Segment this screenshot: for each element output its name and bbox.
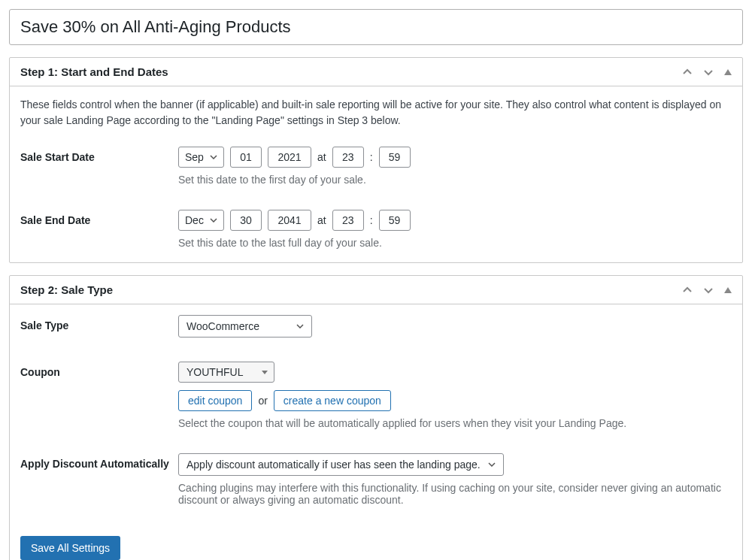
start-help: Set this date to the first day of your s… [178,174,732,186]
at-text: at [317,151,326,163]
sale-type-label: Sale Type [20,315,178,338]
create-coupon-button[interactable]: create a new coupon [274,390,391,411]
apply-discount-select[interactable]: Apply discount automatically if user has… [178,453,504,476]
start-date-label: Sale Start Date [20,147,178,186]
start-hour-input[interactable] [332,147,364,168]
end-month-select[interactable]: Dec [178,210,224,231]
save-all-settings-button[interactable]: Save All Settings [20,536,120,560]
step1-panel: Step 1: Start and End Dates These fields… [9,57,743,263]
chevron-up-icon[interactable] [682,67,693,77]
step1-description: These fields control when the banner (if… [20,97,732,129]
title-input[interactable] [9,9,743,45]
step1-header: Step 1: Start and End Dates [10,58,742,86]
start-year-input[interactable] [268,147,311,168]
start-month-select[interactable]: Sep [178,147,224,168]
edit-coupon-button[interactable]: edit coupon [178,390,252,411]
end-hour-input[interactable] [332,210,364,231]
triangle-up-icon[interactable] [724,287,732,293]
triangle-up-icon[interactable] [724,69,732,75]
end-min-input[interactable] [379,210,411,231]
step1-title: Step 1: Start and End Dates [20,65,168,78]
step2-title: Step 2: Sale Type [20,283,113,296]
end-date-label: Sale End Date [20,210,178,249]
start-day-input[interactable] [230,147,262,168]
colon-text: : [370,214,373,226]
end-day-input[interactable] [230,210,262,231]
coupon-select[interactable]: YOUTHFUL [178,362,274,383]
chevron-down-icon[interactable] [703,285,714,295]
chevron-down-icon[interactable] [703,67,714,77]
step2-header: Step 2: Sale Type [10,276,742,304]
end-year-input[interactable] [268,210,311,231]
at-text: at [317,214,326,226]
coupon-label: Coupon [20,362,178,429]
or-text: or [258,395,267,407]
colon-text: : [370,151,373,163]
apply-discount-help: Caching plugins may interfere with this … [178,482,732,506]
sale-type-select[interactable]: WooCommerce [178,315,312,338]
apply-discount-label: Apply Discount Automatically [20,453,178,506]
start-min-input[interactable] [379,147,411,168]
chevron-up-icon[interactable] [682,285,693,295]
end-help: Set this date to the last full day of yo… [178,237,732,249]
step2-panel: Step 2: Sale Type Sale Type WooCommerce … [9,275,743,560]
coupon-help: Select the coupon that will be automatic… [178,417,732,429]
